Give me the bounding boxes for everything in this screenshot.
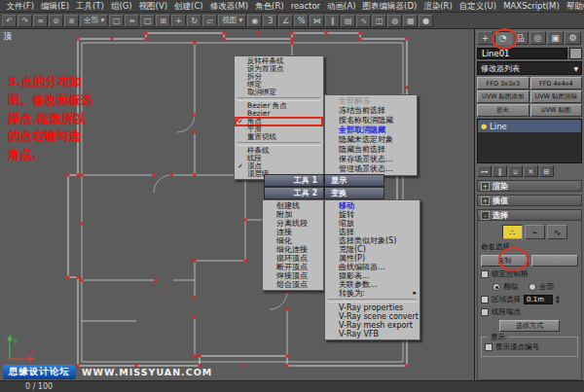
menu-item[interactable]: 视图(V): [135, 0, 170, 12]
modifier-stack[interactable]: ● Line: [477, 119, 582, 163]
make-unique-icon[interactable]: ∪: [508, 165, 523, 177]
menu-item[interactable]: 样条线: [236, 147, 322, 155]
bind-to-space-warp-icon[interactable]: ≋: [64, 15, 79, 27]
modifier-button[interactable]: 挤出: [477, 104, 529, 117]
window-crossing-icon[interactable]: ⊞: [156, 15, 170, 27]
menu-item[interactable]: 全部取消隐藏: [326, 125, 416, 135]
unlink-selection-icon[interactable]: ⊘: [49, 15, 63, 27]
menu-item[interactable]: 创建线: [264, 201, 322, 210]
menu-item[interactable]: [328, 299, 417, 303]
menu-item[interactable]: 工具(T): [73, 0, 108, 12]
menu-item[interactable]: 连接: [264, 228, 322, 236]
tab-modify[interactable]: ◔: [494, 31, 511, 45]
select-by-name-icon[interactable]: ≡: [125, 15, 139, 27]
similar-radio[interactable]: [493, 283, 500, 291]
select-object-icon[interactable]: ▢: [109, 15, 124, 27]
align-icon[interactable]: ∥: [325, 15, 340, 27]
menu-item[interactable]: 选择类似对象(S): [326, 236, 419, 245]
menu-item[interactable]: 细化: [264, 236, 322, 245]
menu-item[interactable]: 角点: [236, 118, 322, 125]
modifier-button[interactable]: FFD 3x3x3: [477, 77, 529, 89]
pin-stack-icon[interactable]: ⊶: [477, 165, 492, 177]
menu-item[interactable]: 取消绑定: [236, 89, 322, 96]
menu-item[interactable]: 断开顶点: [264, 263, 322, 271]
segment-end-checkbox[interactable]: [481, 308, 489, 316]
menu-item[interactable]: 角色(R): [252, 0, 288, 12]
menu-item[interactable]: 按名称取消隐藏: [326, 116, 416, 125]
schematic-view-icon[interactable]: ◫: [372, 15, 386, 27]
menu-item[interactable]: 重置切线: [236, 133, 322, 141]
stack-item[interactable]: ● Line: [478, 120, 581, 132]
quad-header-tools2[interactable]: 工具 2: [264, 187, 324, 199]
segment-subobject-icon[interactable]: ⌁: [525, 225, 545, 239]
tab-create[interactable]: +: [477, 31, 493, 45]
menu-item[interactable]: V-Ray VFB: [326, 330, 419, 339]
menu-item[interactable]: 拆分: [236, 73, 322, 81]
show-vertex-numbers-checkbox[interactable]: [485, 343, 493, 351]
menu-item[interactable]: V-Ray mesh export: [326, 321, 419, 330]
menu-item[interactable]: 反转样条线: [236, 57, 322, 65]
menu-item[interactable]: 设为首顶点: [236, 65, 322, 73]
material-editor-icon[interactable]: ◍: [387, 15, 402, 27]
modifier-button[interactable]: UVW 贴图: [530, 104, 583, 117]
tab-display[interactable]: ▣: [547, 31, 564, 45]
render-setup-icon[interactable]: ▦: [403, 15, 418, 27]
rectangular-selection-icon[interactable]: □: [140, 15, 155, 27]
lock-handles-checkbox[interactable]: [481, 270, 489, 278]
selection-filter-dropdown[interactable]: 全部 ▾: [80, 15, 108, 27]
menu-item[interactable]: 组(G): [107, 0, 135, 12]
spline-subobject-icon[interactable]: ∿: [547, 225, 567, 239]
menu-item[interactable]: 选择: [326, 228, 419, 236]
remove-modifier-icon[interactable]: ✕: [524, 165, 538, 177]
menu-item[interactable]: 冻结当前选择: [326, 106, 416, 116]
menu-item[interactable]: 创建(C): [171, 0, 207, 12]
modifier-button[interactable]: UVW 贴图添加: [477, 90, 529, 103]
percent-snap-icon[interactable]: %: [294, 15, 309, 27]
menu-item[interactable]: Bezier: [236, 110, 322, 118]
menu-item[interactable]: [237, 97, 320, 101]
menu-item[interactable]: 平滑: [236, 125, 322, 133]
quad-header-display[interactable]: 显示: [324, 174, 384, 187]
menu-item[interactable]: 附加: [264, 210, 322, 219]
select-by-button[interactable]: 选择方式: [499, 320, 560, 332]
object-color-swatch[interactable]: [569, 48, 582, 59]
area-threshold-field[interactable]: 0.1m: [524, 295, 553, 304]
menu-item[interactable]: 管理场景状态...: [326, 164, 416, 174]
curve-editor-icon[interactable]: ∿: [356, 15, 371, 27]
select-and-scale-icon[interactable]: ▱: [202, 15, 217, 27]
menu-item[interactable]: 熔合顶点: [264, 280, 322, 289]
menu-item[interactable]: 顶点: [236, 162, 322, 170]
menu-item[interactable]: 绑定: [236, 81, 322, 89]
menu-item[interactable]: 修改器(M): [206, 0, 251, 12]
stack-bulb-icon[interactable]: ●: [481, 123, 487, 130]
menu-item[interactable]: 隐藏当前选择: [326, 145, 416, 155]
menu-item[interactable]: 文件(F): [3, 0, 38, 12]
rollout-rendering[interactable]: + 渲染: [477, 180, 582, 192]
menu-item[interactable]: 摄影表...: [326, 271, 419, 280]
menu-item[interactable]: MAXScript(M): [500, 0, 564, 12]
menu-item[interactable]: 动画(A): [324, 0, 359, 12]
menu-item[interactable]: V-Ray properties: [326, 303, 419, 312]
menu-item[interactable]: 克隆(C): [326, 245, 419, 254]
layer-manager-icon[interactable]: ▤: [341, 15, 355, 27]
menu-item[interactable]: 隐藏未选定对象: [326, 135, 416, 145]
object-name-field[interactable]: Line01: [477, 48, 567, 59]
menu-item[interactable]: 分离线段: [264, 219, 322, 228]
undo-icon[interactable]: ↶: [2, 15, 17, 27]
menu-item[interactable]: 自定义(U): [456, 0, 499, 12]
menu-item[interactable]: reactor: [287, 0, 323, 12]
modifier-button[interactable]: UVW 贴图清除: [530, 90, 583, 103]
vertex-subobject-icon[interactable]: ∴: [502, 225, 523, 239]
area-selection-checkbox[interactable]: [481, 296, 489, 303]
menu-item[interactable]: 属性(P): [326, 254, 419, 263]
use-pivot-center-icon[interactable]: ◉: [247, 15, 262, 27]
spinner-arrows[interactable]: ▲▼: [556, 295, 560, 304]
modifier-list-dropdown[interactable]: 修改器列表 ▼: [477, 61, 582, 75]
modifier-button[interactable]: FFD 4x4x4: [530, 77, 583, 89]
snap-toggle-icon[interactable]: 3: [263, 15, 277, 27]
configure-modifier-sets-icon[interactable]: ⊞: [539, 165, 554, 177]
select-and-link-icon[interactable]: ∞: [33, 15, 48, 27]
quad-header-transform[interactable]: 变换: [324, 187, 384, 199]
menu-item[interactable]: 线段: [236, 155, 322, 162]
menu-item[interactable]: 移动: [326, 201, 419, 210]
